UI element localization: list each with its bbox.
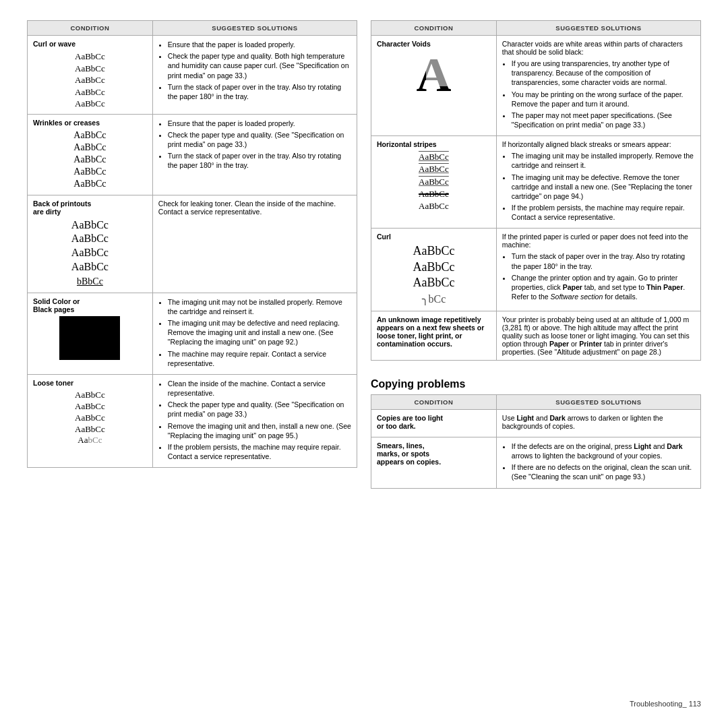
solution-intro: If horizontally aligned black streaks or… bbox=[502, 140, 671, 148]
copying-section: Copying problems Condition Suggested Sol… bbox=[371, 370, 701, 489]
right-table: Condition Suggested Solutions Character … bbox=[371, 20, 701, 361]
condition-image: AaBbCcAaBbCcAaBbCcAaBbCcAaBbCc bbox=[33, 51, 147, 110]
right-col1-header: Condition bbox=[371, 21, 497, 36]
condition-image: AaBbCcAaBbCcAaBbCcAaBbCcAaBbCc bbox=[33, 129, 147, 191]
condition-cell: Curl AaBbCcAaBbCcAaBbCc╮bCc bbox=[371, 229, 497, 311]
list-item: The imaging unit may be defective. Remov… bbox=[512, 173, 695, 202]
right-col2-header: Suggested Solutions bbox=[496, 21, 700, 36]
list-item: The machine may require repair. Contact … bbox=[168, 349, 351, 368]
solution-cell: Character voids are white areas within p… bbox=[496, 36, 700, 136]
solution-intro: If the printed paper is curled or paper … bbox=[502, 233, 688, 249]
list-item: Check the paper type and quality. Both h… bbox=[168, 51, 351, 80]
condition-label: Horizontal stripes bbox=[377, 140, 491, 148]
table-row: Character Voids A Character voids are wh… bbox=[371, 36, 701, 136]
solution-cell: Ensure that the paper is loaded properly… bbox=[152, 114, 357, 195]
solution-cell: Your printer is probably being used at a… bbox=[496, 311, 700, 360]
condition-label: Character Voids bbox=[377, 40, 491, 48]
solution-list: If the defects are on the original, pres… bbox=[502, 442, 695, 482]
solution-list: Turn the stack of paper over in the tray… bbox=[502, 251, 695, 301]
solution-cell: If the defects are on the original, pres… bbox=[496, 437, 700, 488]
page: Condition Suggested Solutions Curl or wa… bbox=[0, 0, 728, 728]
solution-text: Check for leaking toner. Clean the insid… bbox=[158, 200, 336, 216]
condition-image: AaBbCc AaBbCc AaBbCc AaBbCc AaBbCc bbox=[377, 151, 491, 212]
condition-label: Curl or wave bbox=[33, 40, 147, 48]
condition-cell: Character Voids A bbox=[371, 36, 497, 136]
condition-image: AaBbCcAaBbCcAaBbCcAaBbCcAabCc bbox=[33, 390, 147, 446]
condition-cell: An unknown image repetitively appears on… bbox=[371, 311, 497, 360]
copying-table: Condition Suggested Solutions Copies are… bbox=[371, 394, 701, 489]
solution-cell: Ensure that the paper is loaded properly… bbox=[152, 36, 357, 115]
list-item: If there are no defects on the original,… bbox=[512, 462, 695, 481]
list-item: Clean the inside of the machine. Contact… bbox=[168, 379, 351, 398]
solution-cell: Use Light and Dark arrows to darken or l… bbox=[496, 409, 700, 437]
list-item: Check the paper type and quality. (See "… bbox=[168, 130, 351, 149]
condition-label: Copies are too lightor too dark. bbox=[377, 414, 491, 430]
table-row: Horizontal stripes AaBbCc AaBbCc AaBbCc … bbox=[371, 136, 701, 229]
solution-text: Your printer is probably being used at a… bbox=[502, 315, 690, 356]
solution-list: If you are using transparencies, try ano… bbox=[502, 59, 695, 129]
content-area: Condition Suggested Solutions Curl or wa… bbox=[27, 20, 701, 694]
solution-cell: If the printed paper is curled or paper … bbox=[496, 229, 700, 311]
condition-cell: Back of printoutsare dirty AaBbCcAaBbCcA… bbox=[28, 195, 153, 293]
condition-label: Solid Color orBlack pages bbox=[33, 297, 147, 313]
condition-label: Curl bbox=[377, 233, 491, 241]
condition-image bbox=[33, 316, 147, 360]
condition-cell: Wrinkles or creases AaBbCcAaBbCcAaBbCcAa… bbox=[28, 114, 153, 195]
left-col1-header: Condition bbox=[28, 21, 153, 36]
table-row: Curl or wave AaBbCcAaBbCcAaBbCcAaBbCcAaB… bbox=[28, 36, 357, 115]
solution-intro: Character voids are white areas within p… bbox=[502, 40, 683, 56]
solution-list: Ensure that the paper is loaded properly… bbox=[158, 40, 351, 101]
list-item: If you are using transparencies, try ano… bbox=[512, 59, 695, 88]
list-item: If the defects are on the original, pres… bbox=[512, 442, 695, 460]
list-item: Turn the stack of paper over in the tray… bbox=[512, 251, 695, 270]
table-row: Solid Color orBlack pages The imaging un… bbox=[28, 293, 357, 374]
condition-cell: Copies are too lightor too dark. bbox=[371, 409, 497, 437]
solution-list: The imaging unit may not be installed pr… bbox=[158, 297, 351, 368]
table-row: Loose toner AaBbCcAaBbCcAaBbCcAaBbCcAabC… bbox=[28, 374, 357, 467]
list-item: If the problem persists, the machine may… bbox=[512, 203, 695, 222]
solution-text: Use Light and Dark arrows to darken or l… bbox=[502, 414, 663, 430]
footer: Troubleshooting_ 113 bbox=[27, 700, 701, 708]
solution-list: Ensure that the paper is loaded properly… bbox=[158, 119, 351, 171]
left-column: Condition Suggested Solutions Curl or wa… bbox=[27, 20, 357, 694]
solution-cell: The imaging unit may not be installed pr… bbox=[152, 293, 357, 374]
copying-col1-header: Condition bbox=[371, 394, 497, 409]
table-row: Wrinkles or creases AaBbCcAaBbCcAaBbCcAa… bbox=[28, 114, 357, 195]
condition-image: A bbox=[377, 51, 491, 99]
condition-cell: Smears, lines,marks, or spotsappears on … bbox=[371, 437, 497, 488]
condition-cell: Solid Color orBlack pages bbox=[28, 293, 153, 374]
list-item: Remove the imaging unit and then, instal… bbox=[168, 421, 351, 440]
table-row: An unknown image repetitively appears on… bbox=[371, 311, 701, 360]
condition-label: Back of printoutsare dirty bbox=[33, 200, 147, 216]
condition-cell: Horizontal stripes AaBbCc AaBbCc AaBbCc … bbox=[371, 136, 497, 229]
solution-list: Clean the inside of the machine. Contact… bbox=[158, 379, 351, 461]
condition-label: An unknown image repetitively appears on… bbox=[377, 315, 491, 348]
list-item: Ensure that the paper is loaded properly… bbox=[168, 119, 351, 128]
condition-cell: Loose toner AaBbCcAaBbCcAaBbCcAaBbCcAabC… bbox=[28, 374, 153, 467]
condition-label: Loose toner bbox=[33, 379, 147, 387]
left-col2-header: Suggested Solutions bbox=[152, 21, 357, 36]
table-row: Back of printoutsare dirty AaBbCcAaBbCcA… bbox=[28, 195, 357, 293]
condition-image: AaBbCcAaBbCcAaBbCcAaBbCcbBbCc bbox=[33, 218, 147, 289]
condition-label: Wrinkles or creases bbox=[33, 119, 147, 127]
condition-cell: Curl or wave AaBbCcAaBbCcAaBbCcAaBbCcAaB… bbox=[28, 36, 153, 115]
list-item: Turn the stack of paper over in the tray… bbox=[168, 151, 351, 170]
left-table: Condition Suggested Solutions Curl or wa… bbox=[27, 20, 357, 468]
copying-section-title: Copying problems bbox=[371, 378, 701, 390]
table-row: Copies are too lightor too dark. Use Lig… bbox=[371, 409, 701, 437]
solution-cell: If horizontally aligned black streaks or… bbox=[496, 136, 700, 229]
solution-cell: Clean the inside of the machine. Contact… bbox=[152, 374, 357, 467]
list-item: If the problem persists, the machine may… bbox=[168, 442, 351, 461]
solution-cell: Check for leaking toner. Clean the insid… bbox=[152, 195, 357, 293]
condition-label: Smears, lines,marks, or spotsappears on … bbox=[377, 442, 491, 466]
condition-image: AaBbCcAaBbCcAaBbCc╮bCc bbox=[377, 243, 491, 307]
solution-list: The imaging unit may be installed improp… bbox=[502, 151, 695, 222]
list-item: The imaging unit may be installed improp… bbox=[512, 151, 695, 170]
list-item: The imaging unit may not be installed pr… bbox=[168, 297, 351, 316]
table-row: Curl AaBbCcAaBbCcAaBbCc╮bCc If the print… bbox=[371, 229, 701, 311]
black-box bbox=[59, 316, 120, 360]
list-item: Turn the stack of paper over in the tray… bbox=[168, 82, 351, 101]
list-item: Change the printer option and try again.… bbox=[512, 273, 695, 302]
table-row: Smears, lines,marks, or spotsappears on … bbox=[371, 437, 701, 488]
list-item: Ensure that the paper is loaded properly… bbox=[168, 40, 351, 49]
